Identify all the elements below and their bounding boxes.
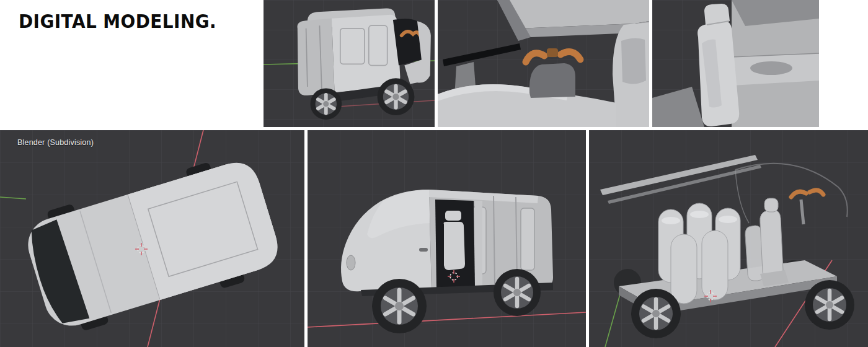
- page-title: Digital Modeling.: [19, 10, 216, 32]
- door-inner-panel: [732, 0, 819, 127]
- wheel-rear: [494, 269, 541, 316]
- wheel-front: [378, 78, 415, 115]
- wheel-front: [372, 279, 427, 333]
- seat-detail-render: [652, 0, 819, 127]
- blender-subdivision-label: Blender (Subdivision): [17, 138, 94, 147]
- viewport-interior-steering: [438, 0, 649, 127]
- chassis-render: [589, 130, 868, 347]
- steering-column-cowl: [529, 63, 575, 98]
- wheel-left: [631, 289, 681, 338]
- viewport-seat-detail: [652, 0, 819, 127]
- wheel-right: [805, 280, 854, 330]
- interior-steering-render: [438, 0, 649, 127]
- van-front-render: [308, 130, 586, 347]
- wheel-rear: [311, 88, 342, 120]
- van-rear-render: [264, 0, 435, 127]
- portfolio-page: Digital Modeling.: [0, 0, 868, 347]
- headlight: [347, 255, 355, 270]
- viewport-front-three-quarter: [308, 130, 586, 347]
- viewport-chassis-platform: [589, 130, 868, 347]
- door-handle: [419, 248, 428, 252]
- viewport-rear-three-quarter: [264, 0, 435, 127]
- viewport-top-view: Blender (Subdivision): [0, 130, 304, 347]
- van-top-render: [0, 130, 304, 347]
- armrest-recess: [750, 61, 792, 75]
- title-block: Digital Modeling.: [19, 10, 239, 32]
